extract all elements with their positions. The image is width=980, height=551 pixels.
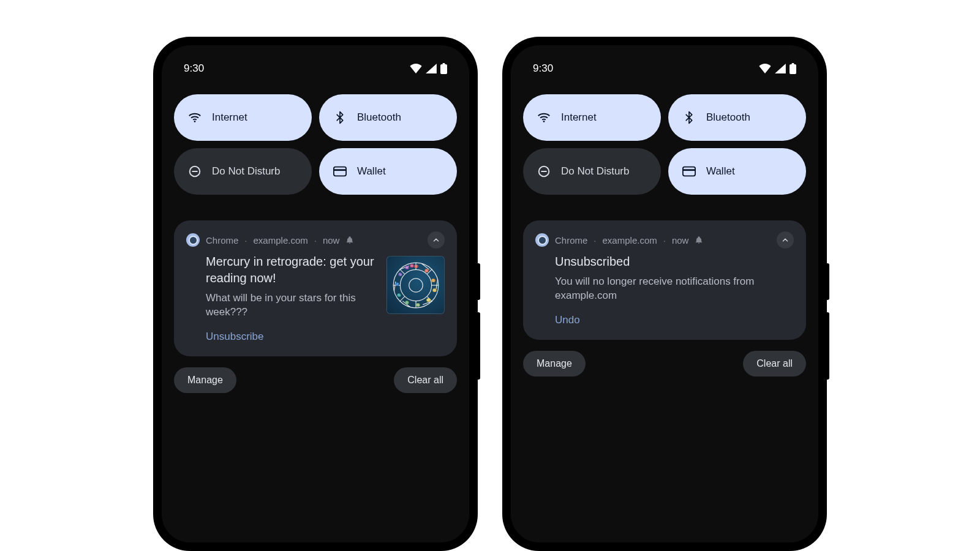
bluetooth-icon [333,110,347,125]
notification-card[interactable]: Chrome · example.com · now Unsubscribed … [523,220,806,340]
undo-button[interactable]: Undo [555,314,580,326]
qs-tile-internet[interactable]: Internet [174,94,312,141]
qs-tile-label: Internet [212,111,247,124]
qs-tile-dnd[interactable]: Do Not Disturb [523,148,661,195]
svg-point-9 [409,278,422,291]
status-icons [410,63,447,74]
separator: · [594,235,596,246]
phone-frame-left: 9:30 Internet Bluetooth [153,37,478,551]
svg-rect-36 [790,64,796,74]
volume-button[interactable] [827,312,829,380]
qs-tile-wallet[interactable]: Wallet [668,148,806,195]
svg-text:♍: ♍ [415,302,420,307]
clear-all-button[interactable]: Clear all [394,367,457,393]
collapse-button[interactable] [428,231,445,249]
svg-text:♊: ♊ [431,277,435,282]
svg-text:♑: ♑ [398,272,402,277]
qs-tile-label: Bluetooth [357,111,401,124]
separator: · [314,235,317,246]
wifi-icon [410,64,422,73]
status-bar: 9:30 [174,60,457,77]
clock: 9:30 [533,62,553,75]
signal-icon [426,64,437,73]
separator: · [663,235,666,246]
chrome-icon [186,233,200,247]
quick-settings: Internet Bluetooth Do Not Disturb Wallet [174,94,457,195]
svg-text:♏: ♏ [397,292,401,297]
notification-card[interactable]: Chrome · example.com · now Mercury in re… [174,220,457,356]
qs-tile-label: Do Not Disturb [561,165,629,178]
svg-text:♉: ♉ [424,268,429,272]
manage-button[interactable]: Manage [174,367,236,393]
wifi-icon [187,110,202,125]
volume-button[interactable] [478,312,480,380]
qs-tile-label: Internet [561,111,597,124]
battery-icon [440,63,447,74]
time-label: now [672,235,689,246]
svg-rect-41 [683,167,695,176]
qs-tile-label: Do Not Disturb [212,165,280,178]
unsubscribe-button[interactable]: Unsubscribe [206,331,264,343]
notification-header: Chrome · example.com · now [535,231,794,249]
bell-icon [695,236,703,244]
site-name: example.com [254,235,308,246]
quick-settings: Internet Bluetooth Do Not Disturb Wallet [523,94,806,195]
notification-footer: Manage Clear all [523,351,806,377]
manage-button[interactable]: Manage [523,351,586,377]
battery-icon [790,63,796,74]
svg-point-2 [194,121,196,122]
svg-text:♒: ♒ [405,264,409,269]
dnd-icon [537,164,551,179]
notification-title: Unsubscribed [555,253,794,270]
chrome-icon [535,233,549,247]
notification-header: Chrome · example.com · now [186,231,445,249]
clear-all-button[interactable]: Clear all [743,351,806,377]
qs-tile-label: Bluetooth [706,111,750,124]
wallet-icon [333,164,347,179]
notification-footer: Manage Clear all [174,367,457,393]
qs-tile-label: Wallet [357,165,386,178]
notification-body: Unsubscribed You will no longer receive … [535,252,794,326]
svg-rect-6 [334,169,346,171]
qs-tile-label: Wallet [706,165,735,178]
bell-icon [345,236,354,244]
notification-title: Mercury in retrograde: get your reading … [206,253,378,287]
qs-tile-wallet[interactable]: Wallet [319,148,457,195]
svg-text:♋: ♋ [432,287,436,292]
app-name: Chrome [206,235,238,246]
zodiac-wheel-icon: ♈♉♊ ♋♌♍ ♎♏♐ ♑♒♓ [391,261,440,310]
bluetooth-icon [682,110,696,125]
dnd-icon [187,164,202,179]
wifi-icon [759,64,771,73]
svg-line-17 [399,296,404,301]
signal-icon [775,64,786,73]
svg-point-8 [400,269,431,301]
svg-text:♎: ♎ [405,300,409,305]
power-button[interactable] [478,263,480,300]
app-name: Chrome [555,235,587,246]
svg-text:♈: ♈ [413,264,418,269]
svg-text:♓: ♓ [410,263,414,268]
collapse-button[interactable] [777,231,794,249]
svg-rect-42 [683,169,695,171]
qs-tile-internet[interactable]: Internet [523,94,661,141]
notification-description: What will be in your stars for this week… [206,291,378,320]
clock: 9:30 [184,62,204,75]
svg-text:♌: ♌ [426,297,431,302]
qs-tile-bluetooth[interactable]: Bluetooth [319,94,457,141]
svg-rect-1 [443,63,445,65]
notification-body: Mercury in retrograde: get your reading … [186,252,445,343]
screen-right: 9:30 Internet Bluetooth [511,45,818,542]
wallet-icon [682,164,696,179]
screen-left: 9:30 Internet Bluetooth [162,45,469,542]
power-button[interactable] [827,263,829,300]
wifi-icon [537,110,551,125]
phone-frame-right: 9:30 Internet Bluetooth [502,37,827,551]
qs-tile-bluetooth[interactable]: Bluetooth [668,94,806,141]
chevron-up-icon [432,236,440,244]
svg-rect-0 [440,64,447,74]
time-label: now [323,235,340,246]
svg-rect-5 [334,167,346,176]
svg-rect-37 [792,63,794,65]
qs-tile-dnd[interactable]: Do Not Disturb [174,148,312,195]
